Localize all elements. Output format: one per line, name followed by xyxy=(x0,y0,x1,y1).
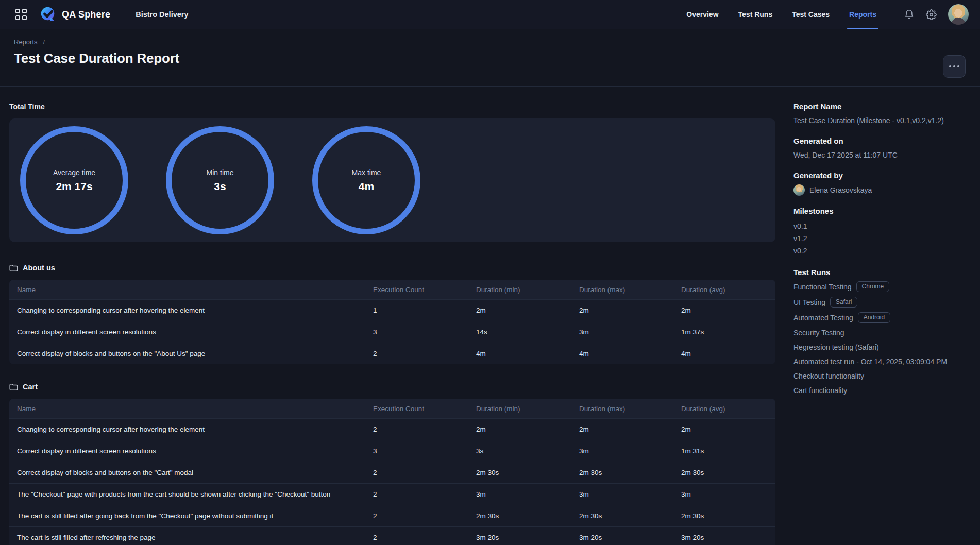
test-run-item: Cart functionality xyxy=(793,385,979,395)
col-header-count: Execution Count xyxy=(365,405,468,413)
test-runs-label: Test Runs xyxy=(793,268,979,277)
cell-count: 1 xyxy=(365,306,468,314)
page-header: Reports / Test Case Duration Report xyxy=(0,29,980,87)
cell-name: Correct display of blocks and buttons on… xyxy=(9,350,365,357)
cell-name: The cart is still filled after refreshin… xyxy=(9,534,365,541)
cell-name: The cart is still filled after going bac… xyxy=(9,512,365,520)
gauge-max-time: Max time 4m xyxy=(312,126,420,234)
milestone-item: v0.2 xyxy=(793,245,979,257)
breadcrumb-separator: / xyxy=(43,38,45,46)
cell-avg: 3m xyxy=(673,490,775,498)
test-run-name: Automated test run - Oct 14, 2025, 03:09… xyxy=(793,357,947,366)
cell-avg: 2m xyxy=(673,425,775,433)
gauge-label: Min time xyxy=(207,168,234,177)
cell-min: 2m xyxy=(468,306,571,314)
nav-item-test-cases[interactable]: Test Cases xyxy=(792,0,830,29)
test-run-item: Functional Testing Chrome xyxy=(793,281,979,292)
report-main: Total Time Average time 2m 17s Min time … xyxy=(9,87,775,545)
test-run-name: Checkout functionality xyxy=(793,372,864,380)
cell-min: 3m xyxy=(468,490,571,498)
generated-by-label: Generated by xyxy=(793,171,979,180)
cell-max: 3m xyxy=(571,490,673,498)
gear-icon xyxy=(926,9,937,20)
generated-by-name: Elena Grasovskaya xyxy=(809,185,872,195)
cell-max: 2m xyxy=(571,425,673,433)
user-avatar[interactable] xyxy=(948,4,969,25)
cell-min: 14s xyxy=(468,328,571,336)
test-runs-group: Test Runs Functional Testing Chrome UI T… xyxy=(793,268,979,395)
folder-icon xyxy=(9,264,18,272)
nav-item-test-runs[interactable]: Test Runs xyxy=(738,0,773,29)
gauge-value: 2m 17s xyxy=(56,180,92,193)
milestones-group: Milestones v0.1 v1.2 v0.2 xyxy=(793,207,979,257)
total-time-label: Total Time xyxy=(9,103,775,111)
test-run-name: Automated Testing xyxy=(793,314,853,322)
main-nav: Overview Test Runs Test Cases Reports xyxy=(686,0,876,29)
cell-max: 3m xyxy=(571,328,673,336)
cell-avg: 1m 31s xyxy=(673,447,775,455)
cell-min: 3m 20s xyxy=(468,534,571,541)
section-header-about-us: About us xyxy=(9,264,775,272)
cell-count: 2 xyxy=(365,490,468,498)
app-launcher-icon[interactable] xyxy=(15,9,27,20)
test-run-item: Automated test run - Oct 14, 2025, 03:09… xyxy=(793,356,979,366)
notifications-button[interactable] xyxy=(904,9,915,20)
test-run-name: Security Testing xyxy=(793,329,844,337)
col-header-max: Duration (max) xyxy=(571,405,673,413)
test-run-name: Functional Testing xyxy=(793,283,852,291)
nav-item-overview[interactable]: Overview xyxy=(686,0,718,29)
generated-by-group: Generated by Elena Grasovskaya xyxy=(793,171,979,196)
more-actions-button[interactable] xyxy=(943,55,966,78)
cell-min: 4m xyxy=(468,350,571,357)
milestones-label: Milestones xyxy=(793,207,979,215)
test-run-item: UI Testing Safari xyxy=(793,297,979,308)
table-row: Correct display of blocks and buttons on… xyxy=(9,462,775,483)
report-name-label: Report Name xyxy=(793,102,979,111)
qa-sphere-logo-icon xyxy=(39,6,57,23)
brand-logo[interactable]: QA Sphere xyxy=(39,6,110,23)
table-header-row: Name Execution Count Duration (min) Dura… xyxy=(9,280,775,299)
table-header-row: Name Execution Count Duration (min) Dura… xyxy=(9,399,775,418)
settings-button[interactable] xyxy=(926,9,937,20)
table-row: The "Checkout" page with products from t… xyxy=(9,483,775,505)
col-header-avg: Duration (avg) xyxy=(673,286,775,294)
nav-item-reports[interactable]: Reports xyxy=(849,0,876,29)
cell-min: 2m 30s xyxy=(468,469,571,476)
cell-max: 4m xyxy=(571,350,673,357)
test-run-item: Security Testing xyxy=(793,328,979,337)
report-name-value: Test Case Duration (Milestone - v0.1,v0.… xyxy=(793,115,979,126)
cell-avg: 4m xyxy=(673,350,775,357)
gauge-min-time: Min time 3s xyxy=(166,126,274,234)
milestone-item: v0.1 xyxy=(793,220,979,232)
test-run-name: Regression testing (Safari) xyxy=(793,343,879,351)
generated-on-value: Wed, Dec 17 2025 at 11:07 UTC xyxy=(793,150,979,160)
gauge-value: 4m xyxy=(359,180,374,193)
breadcrumb: Reports / xyxy=(14,38,966,46)
gauge-label: Average time xyxy=(53,168,95,177)
navbar-right-divider xyxy=(891,7,891,22)
cell-avg: 2m xyxy=(673,306,775,314)
test-run-name: UI Testing xyxy=(793,298,825,306)
browser-badge: Chrome xyxy=(856,281,890,292)
cell-count: 3 xyxy=(365,447,468,455)
table-row: Changing to corresponding cursor after h… xyxy=(9,418,775,440)
top-navbar: QA Sphere Bistro Delivery Overview Test … xyxy=(0,0,980,29)
cell-count: 2 xyxy=(365,512,468,520)
cart-table: Name Execution Count Duration (min) Dura… xyxy=(9,399,775,545)
cell-name: Changing to corresponding cursor after h… xyxy=(9,306,365,314)
cell-max: 3m 20s xyxy=(571,534,673,541)
total-time-panel: Average time 2m 17s Min time 3s Max time… xyxy=(9,118,775,242)
gauge-average-time: Average time 2m 17s xyxy=(20,126,128,234)
cell-max: 2m 30s xyxy=(571,512,673,520)
col-header-min: Duration (min) xyxy=(468,405,571,413)
report-meta-sidebar: Report Name Test Case Duration (Mileston… xyxy=(793,87,979,545)
section-title: About us xyxy=(23,264,55,272)
cell-min: 2m 30s xyxy=(468,512,571,520)
col-header-count: Execution Count xyxy=(365,286,468,294)
cell-name: Correct display in different screen reso… xyxy=(9,328,365,336)
breadcrumb-reports-link[interactable]: Reports xyxy=(14,38,38,46)
cell-count: 3 xyxy=(365,328,468,336)
cell-count: 2 xyxy=(365,350,468,357)
cell-avg: 2m 30s xyxy=(673,469,775,476)
navbar-divider xyxy=(123,8,123,21)
